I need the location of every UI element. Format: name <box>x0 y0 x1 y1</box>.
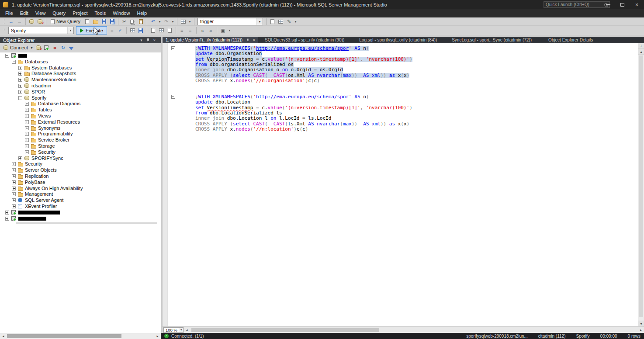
hscroll-thumb[interactable] <box>7 334 121 338</box>
query-options-dropdown-icon[interactable]: ▾ <box>228 27 232 34</box>
results-to-grid-icon[interactable] <box>129 27 136 34</box>
expand-icon[interactable] <box>25 108 29 112</box>
nav-back-icon[interactable]: ← <box>7 18 15 25</box>
expand-icon[interactable] <box>12 168 16 172</box>
tree-item-replication[interactable]: Replication <box>0 173 161 180</box>
collapse-icon[interactable] <box>5 54 9 58</box>
expand-icon[interactable] <box>25 126 29 130</box>
cut-icon[interactable]: ✂ <box>121 18 128 25</box>
document-tab-5[interactable]: Object Explorer Details <box>545 37 596 43</box>
expand-icon[interactable] <box>12 192 16 196</box>
tree-item-service-broker[interactable]: Service Broker <box>0 137 161 143</box>
script-document-icon[interactable] <box>269 18 276 25</box>
save-icon[interactable] <box>100 18 107 25</box>
minimize-button[interactable] <box>601 0 615 9</box>
fold-collapse-icon[interactable] <box>171 46 175 50</box>
sqlcmd-mode-icon[interactable]: ▣ <box>219 27 227 34</box>
connect-dropdown-icon[interactable]: ▾ <box>30 44 34 52</box>
tree-item-rdsadmin[interactable]: rdsadmin <box>0 83 161 89</box>
zoom-combobox[interactable]: 100 % ▾ <box>163 327 184 333</box>
table-designer-icon[interactable] <box>277 18 284 25</box>
collapse-icon[interactable] <box>18 96 22 100</box>
document-tab-3[interactable]: Log.sql - sporifysql...orify (citadmin (… <box>356 37 440 43</box>
tree-item-sporifysync[interactable]: SPORIFYSync <box>0 156 161 162</box>
scroll-right-icon[interactable]: ▸ <box>638 327 644 333</box>
estimated-plan-icon[interactable] <box>149 27 157 34</box>
expand-icon[interactable] <box>25 138 29 142</box>
menu-window[interactable]: Window <box>109 9 133 17</box>
expand-icon[interactable] <box>25 114 29 118</box>
chevron-down-icon[interactable]: ▾ <box>179 328 184 332</box>
object-explorer-hscrollbar[interactable]: ◂ ▸ <box>0 333 161 339</box>
scrollbar-split-button[interactable]: + <box>638 43 644 49</box>
chevron-down-icon[interactable]: ▾ <box>67 27 73 34</box>
open-file-icon[interactable] <box>92 18 99 25</box>
menu-tools[interactable]: Tools <box>91 9 110 17</box>
close-icon[interactable]: × <box>253 38 255 42</box>
tree-item-sql-server-agent[interactable]: SQL Server Agent <box>0 197 161 204</box>
tree-item-redacted[interactable] <box>0 210 161 216</box>
editor-vscrollbar[interactable]: + ▴ ▾ <box>638 43 644 326</box>
tree-item-database-diagrams[interactable]: Database Diagrams <box>0 101 161 107</box>
tree-item-external-resources[interactable]: External Resources <box>0 119 161 125</box>
client-stats-icon[interactable] <box>166 27 173 34</box>
expand-icon[interactable] <box>18 78 22 82</box>
expand-icon[interactable] <box>12 198 16 202</box>
expand-icon[interactable] <box>12 162 16 166</box>
expand-icon[interactable] <box>12 187 16 190</box>
document-tab-4[interactable]: SyncLog.sql - spori...Sync (citadmin (72… <box>449 37 535 43</box>
indent-icon[interactable]: » <box>207 27 215 34</box>
expand-icon[interactable] <box>25 102 29 106</box>
parse-icon[interactable]: ✓ <box>117 27 124 34</box>
expand-icon[interactable] <box>18 84 22 88</box>
tree-item-security[interactable]: Security <box>0 161 161 167</box>
menu-edit[interactable]: Edit <box>17 9 32 17</box>
copy-icon[interactable] <box>129 18 136 25</box>
scroll-up-icon[interactable]: ▴ <box>638 49 644 55</box>
disconnect-database-icon[interactable] <box>36 18 44 25</box>
nav-forward-icon[interactable]: → <box>16 18 23 25</box>
refresh-icon[interactable]: ↻ <box>59 44 67 52</box>
scroll-down-icon[interactable]: ▾ <box>638 321 644 326</box>
object-explorer-tree[interactable]: DatabasesSystem DatabasesDatabase Snapsh… <box>0 52 161 333</box>
scroll-left-icon[interactable]: ◂ <box>0 333 7 339</box>
expand-icon[interactable] <box>25 144 29 148</box>
expand-icon[interactable] <box>5 217 9 221</box>
vscroll-thumb[interactable] <box>639 55 643 317</box>
tree-item-storage[interactable]: Storage <box>0 143 161 149</box>
expand-icon[interactable] <box>12 204 16 208</box>
document-tab-1[interactable]: 1. update VersionTi...ify (citadmin (112… <box>163 37 258 43</box>
tree-item-server-objects[interactable]: Server Objects <box>0 167 161 173</box>
fold-collapse-icon[interactable] <box>171 95 175 99</box>
editor-hscrollbar[interactable] <box>190 327 638 333</box>
tree-item-security[interactable]: Security <box>0 149 161 156</box>
tree-item-management[interactable]: Management <box>0 191 161 197</box>
collapse-icon[interactable] <box>12 60 16 64</box>
connect-database-icon[interactable] <box>28 18 35 25</box>
results-to-file-icon[interactable] <box>137 27 145 34</box>
tree-item-maintenancesolution[interactable]: MaintenanceSolution <box>0 77 161 83</box>
scroll-right-icon[interactable]: ▸ <box>154 333 161 339</box>
menu-help[interactable]: Help <box>133 9 150 17</box>
tree-item-views[interactable]: Views <box>0 113 161 119</box>
available-databases-combobox[interactable]: Sporify▾ <box>8 27 74 34</box>
quick-launch-search[interactable]: Quick Launch (Ctrl+Q) <box>544 1 610 8</box>
server-icon[interactable] <box>43 44 50 52</box>
undo-dropdown-icon[interactable]: ▾ <box>158 18 162 25</box>
menu-file[interactable]: File <box>2 9 17 17</box>
close-button[interactable]: × <box>630 0 644 9</box>
tree-item-databases[interactable]: Databases <box>0 59 161 65</box>
tree-item-system-databases[interactable]: System Databases <box>0 65 161 71</box>
window-position-button[interactable]: ▾ <box>138 37 145 43</box>
tree-item-synonyms[interactable]: Synonyms <box>0 125 161 131</box>
uncomment-icon[interactable]: ≡ <box>187 27 194 34</box>
expand-icon[interactable] <box>18 66 22 70</box>
activity-monitor-icon[interactable] <box>180 18 187 25</box>
document-tab-2[interactable]: SQLQuery33.sql - sp...rify (citadmin (90… <box>262 37 347 43</box>
filter-icon[interactable] <box>68 44 75 52</box>
close-panel-button[interactable]: × <box>151 37 158 43</box>
expand-icon[interactable] <box>18 90 22 94</box>
undo-icon[interactable]: ↶ <box>149 18 157 25</box>
cancel-query-icon[interactable]: ■ <box>108 27 116 34</box>
live-query-stats-icon[interactable] <box>158 27 165 34</box>
